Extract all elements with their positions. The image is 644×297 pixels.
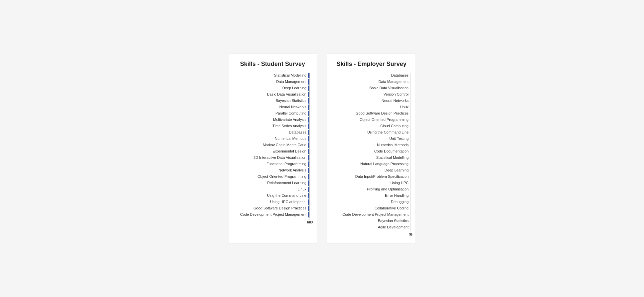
bar-label: Markov Chain Monte Carlo [235, 143, 308, 147]
x-axis-row: 0246810121416 [334, 232, 411, 233]
bar-label: Natural Language Processing [334, 162, 411, 166]
bar-label: Linux [334, 105, 411, 109]
bar-row: Deep Learning [334, 168, 409, 173]
employer-chart-box: Skills - Employer Survey DatabasesData M… [327, 54, 416, 243]
bar-row: Data Management [334, 79, 409, 85]
bar-track-container [308, 111, 310, 116]
bar-track-container [308, 149, 310, 154]
bar-fill [308, 86, 309, 91]
bar-fill [308, 92, 309, 97]
bar-row: Data Input/Problem Specification [334, 174, 409, 179]
bar-row: Experimental Design [235, 149, 310, 154]
bar-track-container [308, 79, 310, 85]
bar-fill [308, 161, 309, 167]
bar-label: Databases [235, 130, 308, 135]
bar-track-container [308, 124, 310, 129]
bar-label: Reinforcement Learning [235, 181, 308, 185]
bar-track-container [308, 206, 310, 211]
bar-label: Basic Data Visualisation [334, 86, 411, 90]
bar-track-container [308, 136, 310, 142]
bar-track-container [308, 130, 310, 135]
bar-label: Experimental Design [235, 149, 308, 153]
charts-container: Skills - Student Survey Statistical Mode… [225, 50, 419, 247]
bar-label: Good Software Design Practices [334, 111, 411, 116]
bar-row: Numerical Methods [334, 143, 409, 148]
bar-fill [308, 111, 309, 116]
x-axis-row: 020406080100120140160 [235, 219, 310, 220]
bar-label: Using the Command Line [334, 130, 411, 135]
bars-section: DatabasesData ManagementBasic Data Visua… [334, 73, 409, 231]
x-tick-label: 16 [409, 233, 412, 237]
bar-track-container [308, 193, 310, 198]
bar-fill [308, 212, 309, 217]
bar-label: Code Documentation [334, 149, 411, 153]
bar-track-container [308, 174, 310, 179]
bar-label: Profiling and Optimisation [334, 187, 411, 191]
bar-fill [308, 149, 309, 154]
bar-row: Object-Oriented Programming [235, 174, 310, 179]
bar-fill [308, 174, 309, 179]
bar-row: Databases [235, 130, 310, 135]
bar-track-container [308, 117, 310, 123]
bar-label: Basic Data Visualisation [235, 92, 308, 97]
bar-label: Using HPC at Imperial [235, 200, 308, 204]
bar-row: Code Development Project Management [334, 212, 409, 217]
bar-row: Multivariate Analysis [235, 117, 310, 123]
bar-label: Parallel Computing [235, 111, 308, 116]
bar-row: Natural Language Processing [334, 161, 409, 167]
bar-label: Code Development Project Management [235, 212, 308, 217]
bar-fill [308, 136, 309, 142]
bar-label: Collaborative Coding [334, 206, 411, 210]
bar-row: Good Software Design Practices [334, 111, 409, 116]
bar-label: Deep Learning [235, 86, 308, 90]
bar-row: Basic Data Visualisation [334, 86, 409, 91]
grid-vline [411, 73, 411, 231]
bar-label: Deep Learning [334, 168, 411, 172]
bar-label: Bayesian Statistics [235, 99, 308, 103]
bar-fill [308, 143, 309, 148]
bar-row: Bayesian Statistics [334, 218, 409, 224]
bar-row: Parallel Computing [235, 111, 310, 116]
bar-row: Error Handling [334, 193, 409, 198]
bar-row: Collaborative Coding [334, 206, 409, 211]
bar-label: Network Analysis [235, 168, 308, 172]
bar-label: Numerical Methods [334, 143, 411, 147]
bar-label: Debugging [334, 200, 411, 204]
bar-row: Statistical Modelling [334, 155, 409, 160]
bar-row: Linux [235, 187, 310, 192]
grid-vline [411, 73, 411, 231]
bar-row: Statistical Modelling [235, 73, 310, 78]
bar-row: Data Management [235, 79, 310, 85]
bar-row: Code Documentation [334, 149, 409, 154]
bar-label: Neural Networks [235, 105, 308, 109]
bar-label: Unit-Testing [334, 137, 411, 141]
x-ticks-container: 020406080100120140160 [308, 219, 310, 220]
bar-row: Cloud Computing [334, 124, 409, 129]
bar-row: Time Series Analysis [235, 124, 310, 129]
bar-track-container [308, 212, 310, 217]
grid-vline [411, 73, 411, 231]
bar-track-container [308, 168, 310, 173]
bar-fill [308, 187, 309, 192]
bar-label: Version Control [334, 92, 411, 97]
bar-row: Code Development Project Management [235, 212, 310, 217]
bar-row: Bayesian Statistics [235, 98, 310, 104]
bar-row: Usig the Command Line [235, 193, 310, 198]
student-chart-inner: Statistical ModellingData ManagementDeep… [235, 73, 310, 220]
bar-track-container [308, 92, 310, 97]
bar-label: Agile Development [334, 225, 411, 229]
bar-fill [308, 98, 309, 104]
bar-label: Databases [334, 73, 411, 78]
bar-row: Deep Learning [235, 86, 310, 91]
bar-label: Functional Programming [235, 162, 308, 166]
bar-track-container [308, 155, 310, 160]
student-chart-box: Skills - Student Survey Statistical Mode… [228, 54, 317, 243]
bar-label: Data Management [235, 80, 308, 84]
bar-row: Using the Command Line [334, 130, 409, 135]
employer-chart-title: Skills - Employer Survey [334, 61, 409, 68]
bar-track-container [308, 143, 310, 148]
bar-label: Object-Oriented Programming [235, 174, 308, 179]
grid-vline [411, 73, 411, 231]
bar-fill [308, 117, 309, 123]
bar-label: Using HPC [334, 181, 411, 185]
